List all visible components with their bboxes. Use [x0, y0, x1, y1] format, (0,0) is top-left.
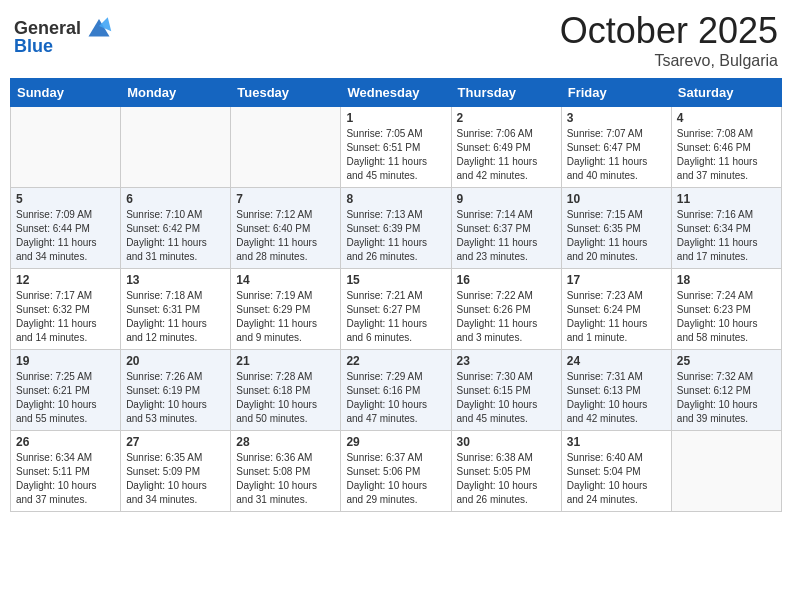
calendar-day: 10Sunrise: 7:15 AMSunset: 6:35 PMDayligh…	[561, 188, 671, 269]
calendar-week-row: 1Sunrise: 7:05 AMSunset: 6:51 PMDaylight…	[11, 107, 782, 188]
day-info: Sunrise: 7:07 AMSunset: 6:47 PMDaylight:…	[567, 127, 666, 183]
calendar-day: 27Sunrise: 6:35 AMSunset: 5:09 PMDayligh…	[121, 431, 231, 512]
day-info: Sunrise: 7:14 AMSunset: 6:37 PMDaylight:…	[457, 208, 556, 264]
day-number: 19	[16, 354, 115, 368]
calendar-day: 31Sunrise: 6:40 AMSunset: 5:04 PMDayligh…	[561, 431, 671, 512]
day-number: 25	[677, 354, 776, 368]
calendar-day: 21Sunrise: 7:28 AMSunset: 6:18 PMDayligh…	[231, 350, 341, 431]
day-info: Sunrise: 6:37 AMSunset: 5:06 PMDaylight:…	[346, 451, 445, 507]
day-number: 28	[236, 435, 335, 449]
day-number: 2	[457, 111, 556, 125]
calendar-empty	[671, 431, 781, 512]
day-number: 5	[16, 192, 115, 206]
day-info: Sunrise: 7:05 AMSunset: 6:51 PMDaylight:…	[346, 127, 445, 183]
day-number: 17	[567, 273, 666, 287]
calendar-day: 17Sunrise: 7:23 AMSunset: 6:24 PMDayligh…	[561, 269, 671, 350]
day-number: 26	[16, 435, 115, 449]
day-info: Sunrise: 7:23 AMSunset: 6:24 PMDaylight:…	[567, 289, 666, 345]
calendar-day: 28Sunrise: 6:36 AMSunset: 5:08 PMDayligh…	[231, 431, 341, 512]
day-number: 11	[677, 192, 776, 206]
day-number: 12	[16, 273, 115, 287]
day-info: Sunrise: 7:12 AMSunset: 6:40 PMDaylight:…	[236, 208, 335, 264]
day-number: 27	[126, 435, 225, 449]
day-number: 7	[236, 192, 335, 206]
day-number: 9	[457, 192, 556, 206]
calendar-day: 8Sunrise: 7:13 AMSunset: 6:39 PMDaylight…	[341, 188, 451, 269]
calendar-empty	[121, 107, 231, 188]
day-number: 21	[236, 354, 335, 368]
day-of-week-header: Friday	[561, 79, 671, 107]
day-info: Sunrise: 7:16 AMSunset: 6:34 PMDaylight:…	[677, 208, 776, 264]
day-number: 20	[126, 354, 225, 368]
calendar-week-row: 26Sunrise: 6:34 AMSunset: 5:11 PMDayligh…	[11, 431, 782, 512]
day-info: Sunrise: 7:15 AMSunset: 6:35 PMDaylight:…	[567, 208, 666, 264]
calendar-day: 6Sunrise: 7:10 AMSunset: 6:42 PMDaylight…	[121, 188, 231, 269]
month-year: October 2025	[560, 10, 778, 52]
calendar-day: 4Sunrise: 7:08 AMSunset: 6:46 PMDaylight…	[671, 107, 781, 188]
month-title: October 2025 Tsarevo, Bulgaria	[560, 10, 778, 70]
calendar-day: 25Sunrise: 7:32 AMSunset: 6:12 PMDayligh…	[671, 350, 781, 431]
day-info: Sunrise: 7:18 AMSunset: 6:31 PMDaylight:…	[126, 289, 225, 345]
calendar-day: 19Sunrise: 7:25 AMSunset: 6:21 PMDayligh…	[11, 350, 121, 431]
day-info: Sunrise: 7:26 AMSunset: 6:19 PMDaylight:…	[126, 370, 225, 426]
calendar-day: 22Sunrise: 7:29 AMSunset: 6:16 PMDayligh…	[341, 350, 451, 431]
day-info: Sunrise: 7:28 AMSunset: 6:18 PMDaylight:…	[236, 370, 335, 426]
day-info: Sunrise: 6:40 AMSunset: 5:04 PMDaylight:…	[567, 451, 666, 507]
logo: General Blue	[14, 16, 113, 57]
day-info: Sunrise: 7:09 AMSunset: 6:44 PMDaylight:…	[16, 208, 115, 264]
day-info: Sunrise: 7:13 AMSunset: 6:39 PMDaylight:…	[346, 208, 445, 264]
day-info: Sunrise: 6:35 AMSunset: 5:09 PMDaylight:…	[126, 451, 225, 507]
calendar-day: 9Sunrise: 7:14 AMSunset: 6:37 PMDaylight…	[451, 188, 561, 269]
day-info: Sunrise: 7:17 AMSunset: 6:32 PMDaylight:…	[16, 289, 115, 345]
calendar-day: 5Sunrise: 7:09 AMSunset: 6:44 PMDaylight…	[11, 188, 121, 269]
calendar-week-row: 19Sunrise: 7:25 AMSunset: 6:21 PMDayligh…	[11, 350, 782, 431]
day-info: Sunrise: 7:21 AMSunset: 6:27 PMDaylight:…	[346, 289, 445, 345]
day-number: 6	[126, 192, 225, 206]
day-info: Sunrise: 6:34 AMSunset: 5:11 PMDaylight:…	[16, 451, 115, 507]
calendar-day: 15Sunrise: 7:21 AMSunset: 6:27 PMDayligh…	[341, 269, 451, 350]
logo-icon	[85, 12, 113, 40]
day-of-week-header: Saturday	[671, 79, 781, 107]
day-info: Sunrise: 7:30 AMSunset: 6:15 PMDaylight:…	[457, 370, 556, 426]
day-of-week-header: Tuesday	[231, 79, 341, 107]
calendar-day: 24Sunrise: 7:31 AMSunset: 6:13 PMDayligh…	[561, 350, 671, 431]
day-info: Sunrise: 7:24 AMSunset: 6:23 PMDaylight:…	[677, 289, 776, 345]
day-of-week-header: Wednesday	[341, 79, 451, 107]
calendar-empty	[11, 107, 121, 188]
day-number: 31	[567, 435, 666, 449]
page-header: General Blue October 2025 Tsarevo, Bulga…	[10, 10, 782, 70]
calendar-table: SundayMondayTuesdayWednesdayThursdayFrid…	[10, 78, 782, 512]
day-info: Sunrise: 7:25 AMSunset: 6:21 PMDaylight:…	[16, 370, 115, 426]
day-info: Sunrise: 7:19 AMSunset: 6:29 PMDaylight:…	[236, 289, 335, 345]
calendar-day: 26Sunrise: 6:34 AMSunset: 5:11 PMDayligh…	[11, 431, 121, 512]
day-info: Sunrise: 6:36 AMSunset: 5:08 PMDaylight:…	[236, 451, 335, 507]
day-number: 23	[457, 354, 556, 368]
day-info: Sunrise: 7:22 AMSunset: 6:26 PMDaylight:…	[457, 289, 556, 345]
calendar-day: 12Sunrise: 7:17 AMSunset: 6:32 PMDayligh…	[11, 269, 121, 350]
day-number: 30	[457, 435, 556, 449]
day-of-week-header: Monday	[121, 79, 231, 107]
day-number: 18	[677, 273, 776, 287]
calendar-empty	[231, 107, 341, 188]
day-number: 24	[567, 354, 666, 368]
calendar-day: 11Sunrise: 7:16 AMSunset: 6:34 PMDayligh…	[671, 188, 781, 269]
day-number: 15	[346, 273, 445, 287]
day-of-week-header: Sunday	[11, 79, 121, 107]
day-info: Sunrise: 7:08 AMSunset: 6:46 PMDaylight:…	[677, 127, 776, 183]
day-number: 29	[346, 435, 445, 449]
calendar-week-row: 12Sunrise: 7:17 AMSunset: 6:32 PMDayligh…	[11, 269, 782, 350]
day-number: 10	[567, 192, 666, 206]
day-info: Sunrise: 7:31 AMSunset: 6:13 PMDaylight:…	[567, 370, 666, 426]
day-number: 4	[677, 111, 776, 125]
calendar-day: 20Sunrise: 7:26 AMSunset: 6:19 PMDayligh…	[121, 350, 231, 431]
location: Tsarevo, Bulgaria	[560, 52, 778, 70]
calendar-day: 23Sunrise: 7:30 AMSunset: 6:15 PMDayligh…	[451, 350, 561, 431]
calendar-day: 16Sunrise: 7:22 AMSunset: 6:26 PMDayligh…	[451, 269, 561, 350]
calendar-day: 3Sunrise: 7:07 AMSunset: 6:47 PMDaylight…	[561, 107, 671, 188]
day-info: Sunrise: 7:06 AMSunset: 6:49 PMDaylight:…	[457, 127, 556, 183]
day-info: Sunrise: 7:32 AMSunset: 6:12 PMDaylight:…	[677, 370, 776, 426]
day-info: Sunrise: 7:10 AMSunset: 6:42 PMDaylight:…	[126, 208, 225, 264]
day-number: 3	[567, 111, 666, 125]
calendar-header-row: SundayMondayTuesdayWednesdayThursdayFrid…	[11, 79, 782, 107]
day-number: 22	[346, 354, 445, 368]
